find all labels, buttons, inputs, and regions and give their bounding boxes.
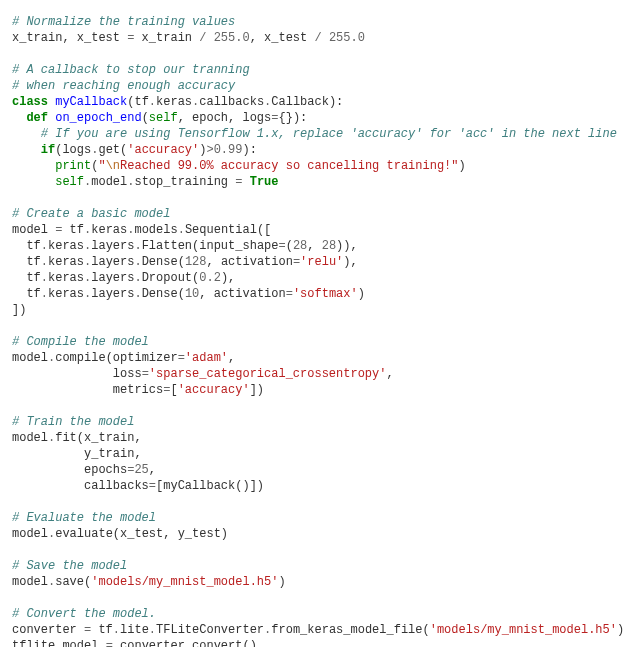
code-text: Callback): (271, 95, 343, 109)
code-text: )), (336, 239, 358, 253)
keyword: if (41, 143, 55, 157)
string: 'accuracy' (127, 143, 199, 157)
code-text: converter (12, 623, 84, 637)
indent (12, 143, 41, 157)
self: self (149, 111, 178, 125)
op: . (178, 223, 185, 237)
comment-line: # Create a basic model (12, 207, 170, 221)
code-text: convert() (192, 639, 257, 647)
keyword: def (26, 111, 48, 125)
code-text: , activation (199, 287, 285, 301)
op: = (149, 479, 156, 493)
code-text: x_train, x_test (12, 31, 127, 45)
code-text: compile(optimizer (55, 351, 177, 365)
code-text: model (12, 351, 48, 365)
code-text: callbacks (199, 95, 264, 109)
code-text: , (228, 351, 235, 365)
builtin: print (55, 159, 91, 173)
op: = (286, 287, 293, 301)
code-text: layers (91, 255, 134, 269)
code-text: converter (113, 639, 185, 647)
code-block: # Normalize the training values x_train,… (0, 0, 640, 647)
code-text: Sequential([ (185, 223, 271, 237)
op: . (134, 255, 141, 269)
string: 'models/my_mnist_model.h5' (430, 623, 617, 637)
comment-line: # A callback to stop our tranning (12, 63, 250, 77)
bool: True (250, 175, 279, 189)
code-text: ( (142, 111, 149, 125)
indent (12, 159, 55, 173)
comment-line: # If you are using Tensorflow 1.x, repla… (12, 127, 617, 141)
code-text: ): (242, 143, 256, 157)
code-text: [myCallback()]) (156, 479, 264, 493)
space (242, 175, 249, 189)
code-text: Dropout( (142, 271, 200, 285)
string: " (98, 159, 105, 173)
string: 'adam' (185, 351, 228, 365)
op: . (134, 287, 141, 301)
code-text: [ (170, 383, 177, 397)
code-text: TFLiteConverter (156, 623, 264, 637)
keyword: class (12, 95, 48, 109)
escape: \n (106, 159, 120, 173)
code-text: , (386, 367, 393, 381)
code-text: lite (120, 623, 149, 637)
op: / (314, 31, 321, 45)
string: Reached 99.0% accuracy so cancelling tra… (120, 159, 458, 173)
op: . (149, 95, 156, 109)
number: 0.2 (199, 271, 221, 285)
code-text: {}): (278, 111, 307, 125)
code-text: y_train, (12, 447, 142, 461)
comment-line: # Compile the model (12, 335, 149, 349)
code-text: keras (156, 95, 192, 109)
comment-line: # Convert the model. (12, 607, 156, 621)
code-text: ]) (250, 383, 264, 397)
code-text: ( (286, 239, 293, 253)
code-text: stop_training (134, 175, 235, 189)
code-text: tf (12, 271, 41, 285)
op: . (41, 287, 48, 301)
comment-line: # Train the model (12, 415, 134, 429)
string: 'relu' (300, 255, 343, 269)
code-text: keras (48, 239, 84, 253)
op: . (149, 623, 156, 637)
comment-line: # Evaluate the model (12, 511, 156, 525)
code-text: , epoch, logs (178, 111, 272, 125)
code-text: evaluate(x_test, y_test) (55, 527, 228, 541)
code-text: callbacks (12, 479, 149, 493)
code-text: tf (91, 623, 113, 637)
comment-line: # Save the model (12, 559, 127, 573)
code-text: keras (48, 287, 84, 301)
indent (12, 111, 26, 125)
op: = (278, 239, 285, 253)
func-name: on_epoch_end (55, 111, 141, 125)
code-text: loss (12, 367, 142, 381)
code-text: ]) (12, 303, 26, 317)
code-text: layers (91, 239, 134, 253)
string: 'softmax' (293, 287, 358, 301)
code-text: layers (91, 271, 134, 285)
code-text: tf (12, 255, 41, 269)
code-text: model (12, 431, 48, 445)
code-text: models (134, 223, 177, 237)
space (322, 31, 329, 45)
code-text: tf (62, 223, 84, 237)
comment-line: # Normalize the training values (12, 15, 235, 29)
code-text: save( (55, 575, 91, 589)
space (206, 31, 213, 45)
code-text: , (307, 239, 321, 253)
code-text: layers (91, 287, 134, 301)
code-text: (logs (55, 143, 91, 157)
code-text: epochs (12, 463, 127, 477)
code-text: , activation (206, 255, 292, 269)
op: . (41, 271, 48, 285)
number: 128 (185, 255, 207, 269)
code-text: metrics (12, 383, 163, 397)
code-text: ) (358, 287, 365, 301)
code-text: tflite_model (12, 639, 106, 647)
code-text: (tf (127, 95, 149, 109)
code-text: model (12, 575, 48, 589)
code-text: x_train (134, 31, 199, 45)
op: . (185, 639, 192, 647)
code-text: keras (48, 271, 84, 285)
